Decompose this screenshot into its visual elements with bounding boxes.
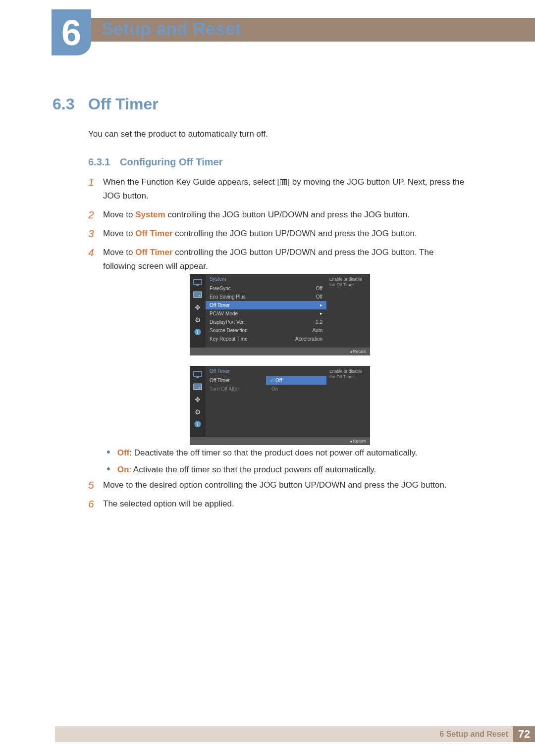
chapter-number: 6 bbox=[61, 12, 81, 53]
svg-rect-0 bbox=[194, 279, 202, 284]
subsection-title: Configuring Off Timer bbox=[120, 156, 222, 167]
osd-sidebar: ✥ ⚙ i bbox=[190, 366, 206, 437]
osd-return-bar: Return bbox=[190, 348, 370, 355]
arrows-icon: ✥ bbox=[193, 396, 202, 403]
footer-bar: 6 Setup and Reset 72 bbox=[55, 726, 535, 742]
osd-row: Eco Saving PlusOff bbox=[206, 293, 326, 301]
step-1: 1 When the Function Key Guide appears, s… bbox=[88, 175, 465, 203]
gear-icon: ⚙ bbox=[193, 316, 202, 323]
steps-list-continued: 5 Move to the desired option controlling… bbox=[88, 478, 465, 516]
osd-row: FreeSyncOff bbox=[206, 284, 326, 293]
gear-icon: ⚙ bbox=[193, 408, 202, 415]
svg-rect-2 bbox=[194, 292, 202, 298]
osd-row: Turn Off After On bbox=[206, 385, 326, 393]
svg-point-3 bbox=[199, 295, 201, 297]
osd-header: System bbox=[206, 274, 326, 284]
chapter-title: Setup and Reset bbox=[102, 19, 241, 40]
arrow-right-icon: ▸ bbox=[320, 311, 322, 316]
osd-screenshot-offtimer: ✥ ⚙ i Off Timer Off Timer ✔Off Turn Off … bbox=[190, 366, 370, 445]
bullet-off: • Off: Deactivate the off timer so that … bbox=[107, 447, 468, 459]
osd-row-selected: Off Timer ✔Off bbox=[206, 376, 326, 385]
section-number: 6.3 bbox=[53, 95, 74, 113]
section-intro: You can set the product to automatically… bbox=[88, 129, 268, 139]
osd-help-text: Enable or disable the Off Timer. bbox=[326, 366, 370, 437]
footer-page-number: 72 bbox=[513, 726, 535, 742]
osd-row: Key Repeat TimeAcceleration bbox=[206, 335, 326, 343]
bullet-dot-icon: • bbox=[107, 464, 110, 476]
svg-rect-8 bbox=[194, 384, 202, 390]
step-2: 2 Move to System controlling the JOG but… bbox=[88, 208, 465, 222]
osd-main: System FreeSyncOff Eco Saving PlusOff Of… bbox=[206, 274, 326, 348]
step-number: 5 bbox=[88, 478, 103, 492]
step-4: 4 Move to Off Timer controlling the JOG … bbox=[88, 246, 465, 273]
step-text: When the Function Key Guide appears, sel… bbox=[103, 177, 279, 187]
step-3: 3 Move to Off Timer controlling the JOG … bbox=[88, 227, 465, 241]
osd-help-text: Enable or disable the Off Timer. bbox=[326, 274, 370, 348]
svg-text:i: i bbox=[197, 421, 199, 427]
steps-list: 1 When the Function Key Guide appears, s… bbox=[88, 175, 465, 278]
check-icon: ✔ bbox=[270, 378, 274, 383]
arrow-right-icon: ▸ bbox=[320, 302, 322, 308]
osd-header: Off Timer bbox=[206, 366, 326, 376]
info-icon: i bbox=[193, 420, 202, 428]
step-5: 5 Move to the desired option controlling… bbox=[88, 478, 465, 492]
osd-row: Source DetectionAuto bbox=[206, 326, 326, 335]
step-number: 6 bbox=[88, 497, 103, 511]
info-icon: i bbox=[193, 328, 202, 336]
svg-rect-6 bbox=[194, 371, 202, 376]
osd-row: PC/AV Mode▸ bbox=[206, 309, 326, 318]
svg-rect-7 bbox=[196, 377, 199, 378]
svg-point-9 bbox=[199, 387, 201, 389]
bullet-dot-icon: • bbox=[107, 447, 110, 459]
menu-icon bbox=[280, 179, 287, 185]
subsection-number: 6.3.1 bbox=[88, 156, 110, 167]
bullet-list: • Off: Deactivate the off timer so that … bbox=[107, 447, 468, 481]
section-title: Off Timer bbox=[88, 95, 159, 113]
osd-main: Off Timer Off Timer ✔Off Turn Off After … bbox=[206, 366, 326, 437]
osd-return-bar: Return bbox=[190, 437, 370, 445]
step-number: 3 bbox=[88, 227, 103, 241]
osd-sidebar: ✥ ⚙ i bbox=[190, 274, 206, 348]
picture-icon bbox=[193, 291, 202, 299]
chapter-badge: 6 bbox=[52, 9, 91, 55]
bullet-on: • On: Activate the off timer so that the… bbox=[107, 464, 468, 476]
osd-screenshot-system: ✥ ⚙ i System FreeSyncOff Eco Saving Plus… bbox=[190, 274, 370, 355]
subsection-heading: 6.3.1 Configuring Off Timer bbox=[88, 156, 222, 168]
osd-row-selected: Off Timer▸ bbox=[206, 301, 326, 309]
osd-row: DisplayPort Ver.1.2 bbox=[206, 318, 326, 326]
footer-chapter-label: 6 Setup and Reset bbox=[439, 730, 508, 739]
step-number: 2 bbox=[88, 208, 103, 222]
svg-rect-1 bbox=[196, 285, 199, 286]
arrows-icon: ✥ bbox=[193, 303, 202, 311]
monitor-icon bbox=[193, 279, 202, 286]
step-number: 4 bbox=[88, 246, 103, 273]
step-number: 1 bbox=[88, 175, 103, 203]
step-6: 6 The selected option will be applied. bbox=[88, 497, 465, 511]
picture-icon bbox=[193, 383, 202, 391]
monitor-icon bbox=[193, 371, 202, 378]
svg-text:i: i bbox=[197, 329, 199, 335]
